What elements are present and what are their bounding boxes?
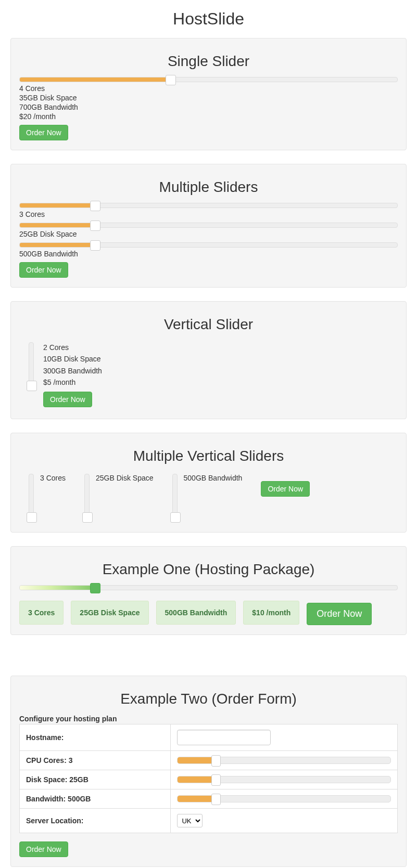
multiple-sliders-heading: Multiple Sliders (19, 179, 398, 196)
table-row: Bandwidth: 500GB (20, 789, 398, 809)
slider-handle[interactable] (90, 240, 100, 251)
ex2-caption: Configure your hosting plan (19, 715, 398, 723)
slider-handle[interactable] (90, 221, 100, 231)
ex2-order-button[interactable]: Order Now (19, 841, 68, 857)
mvert-slider-cores[interactable] (29, 474, 34, 521)
bandwidth-label: Bandwidth: 500GB (20, 789, 171, 809)
ex1-chip-cores: 3 Cores (19, 601, 64, 625)
single-slider-heading: Single Slider (19, 53, 398, 70)
slider-handle[interactable] (211, 774, 221, 786)
page-title: HostSlide (10, 9, 407, 29)
vertical-slider-heading: Vertical Slider (19, 316, 398, 333)
vertical-bandwidth: 300GB Bandwidth (43, 366, 102, 376)
vertical-cores: 2 Cores (43, 342, 102, 353)
single-disk: 35GB Disk Space (19, 94, 398, 102)
disk-slider[interactable] (177, 776, 391, 783)
multi-slider-disk[interactable] (19, 223, 398, 228)
ex1-chip-bandwidth: 500GB Bandwidth (156, 601, 236, 625)
single-slider[interactable] (19, 77, 398, 82)
slider-handle[interactable] (82, 512, 93, 523)
bandwidth-slider[interactable] (177, 795, 391, 802)
slider-handle[interactable] (170, 512, 181, 523)
panel-multiple-vertical-sliders: Multiple Vertical Sliders 3 Cores 25GB D… (10, 433, 407, 533)
multi-order-button[interactable]: Order Now (19, 262, 68, 278)
hostname-input[interactable] (177, 730, 271, 745)
single-order-button[interactable]: Order Now (19, 125, 68, 140)
disk-label: Disk Space: 25GB (20, 770, 171, 789)
slider-handle[interactable] (27, 381, 37, 391)
cpu-slider[interactable] (177, 757, 391, 764)
mvert-cores: 3 Cores (40, 474, 66, 482)
panel-vertical-slider: Vertical Slider 2 Cores 10GB Disk Space … (10, 301, 407, 419)
vertical-slider[interactable] (29, 342, 34, 389)
slider-handle[interactable] (211, 794, 221, 805)
ex1-order-button[interactable]: Order Now (307, 603, 372, 625)
slider-handle[interactable] (211, 755, 221, 767)
vertical-disk: 10GB Disk Space (43, 354, 102, 364)
single-cores: 4 Cores (19, 84, 398, 93)
table-row: Disk Space: 25GB (20, 770, 398, 789)
mvert-slider-bandwidth[interactable] (172, 474, 178, 521)
mvert-bandwidth: 500GB Bandwidth (184, 474, 243, 482)
slider-handle[interactable] (90, 583, 100, 593)
ex1-chip-price: $10 /month (243, 601, 299, 625)
cpu-label: CPU Cores: 3 (20, 751, 171, 770)
mvert-disk: 25GB Disk Space (96, 474, 154, 482)
vertical-order-button[interactable]: Order Now (43, 392, 92, 407)
table-row: Server Location: UK (20, 809, 398, 833)
multi-bandwidth: 500GB Bandwidth (19, 250, 398, 258)
panel-multiple-sliders: Multiple Sliders 3 Cores 25GB Disk Space… (10, 164, 407, 288)
single-bandwidth: 700GB Bandwidth (19, 103, 398, 111)
multi-slider-bandwidth[interactable] (19, 242, 398, 248)
panel-single-slider: Single Slider 4 Cores 35GB Disk Space 70… (10, 38, 407, 150)
table-row: Hostname: (20, 724, 398, 751)
slider-handle[interactable] (90, 201, 100, 211)
panel-example-one: Example One (Hosting Package) 3 Cores 25… (10, 546, 407, 635)
slider-handle[interactable] (166, 75, 176, 85)
mvert-slider-disk[interactable] (84, 474, 90, 521)
multi-disk: 25GB Disk Space (19, 230, 398, 238)
ex2-heading: Example Two (Order Form) (19, 691, 398, 707)
mvert-heading: Multiple Vertical Sliders (19, 448, 398, 464)
mvert-order-button[interactable]: Order Now (261, 481, 310, 497)
location-label: Server Location: (20, 809, 171, 833)
panel-example-two: Example Two (Order Form) Configure your … (10, 676, 407, 867)
ex1-slider[interactable] (19, 585, 398, 590)
hostname-label: Hostname: (20, 724, 171, 751)
ex1-heading: Example One (Hosting Package) (19, 561, 398, 578)
multi-slider-cores[interactable] (19, 203, 398, 208)
single-price: $20 /month (19, 112, 398, 121)
multi-cores: 3 Cores (19, 210, 398, 218)
location-select[interactable]: UK (177, 814, 203, 827)
vertical-price: $5 /month (43, 377, 102, 387)
ex1-chip-disk: 25GB Disk Space (71, 601, 148, 625)
table-row: CPU Cores: 3 (20, 751, 398, 770)
slider-handle[interactable] (27, 512, 37, 523)
